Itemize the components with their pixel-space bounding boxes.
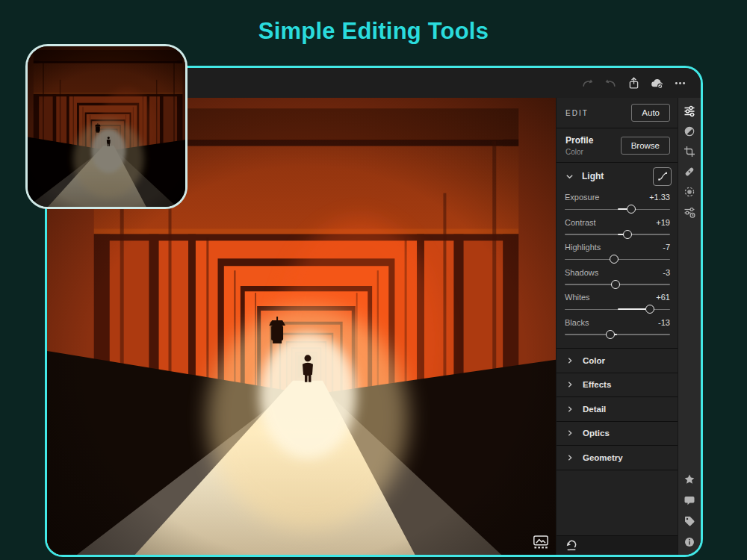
undo-icon[interactable]: [604, 77, 617, 90]
section-optics-label: Optics: [583, 429, 610, 438]
section-effects-label: Effects: [583, 380, 611, 389]
filmstrip-toggle-icon[interactable]: [533, 535, 549, 550]
edit-adjustments-icon[interactable]: [680, 101, 700, 121]
star-icon[interactable]: [680, 469, 700, 490]
section-geometry[interactable]: Geometry: [557, 446, 678, 470]
chevron-right-icon: [566, 454, 574, 461]
auto-button[interactable]: Auto: [631, 104, 670, 122]
slider-knob[interactable]: [611, 280, 620, 289]
versions-icon[interactable]: [680, 202, 700, 222]
presets-icon[interactable]: [680, 121, 700, 141]
slider-track[interactable]: [565, 205, 670, 214]
slider-track[interactable]: [565, 280, 670, 290]
light-sliders: Exposure +1.33 Contrast +19 Highlights -…: [557, 190, 678, 341]
healing-brush-icon[interactable]: [680, 161, 700, 181]
slider-label: Whites: [565, 293, 590, 302]
chevron-right-icon: [566, 357, 574, 364]
section-geometry-label: Geometry: [583, 453, 623, 462]
profile-label: Profile: [565, 135, 593, 146]
more-icon[interactable]: [674, 77, 686, 90]
slider-track[interactable]: [565, 230, 670, 240]
browse-button[interactable]: Browse: [621, 137, 670, 155]
slider-label: Highlights: [565, 243, 601, 252]
light-section: Light Exposure +1.33 Contrast +19: [557, 163, 678, 349]
chevron-right-icon: [566, 429, 574, 437]
profile-value: Color: [565, 148, 593, 156]
section-effects[interactable]: Effects: [557, 373, 678, 398]
photo-thumbnail: [25, 44, 187, 209]
section-color-label: Color: [583, 356, 605, 365]
slider-knob[interactable]: [645, 305, 654, 314]
chevron-right-icon: [566, 405, 574, 413]
crop-icon[interactable]: [680, 141, 700, 161]
light-section-label: Light: [582, 171, 604, 181]
chevron-right-icon: [566, 381, 574, 388]
comment-icon[interactable]: [680, 490, 700, 511]
slider-knob[interactable]: [623, 230, 632, 239]
slider-value: +1.33: [649, 193, 670, 202]
edit-panel: EDIT Auto Profile Color Browse Light: [556, 98, 678, 555]
page-title: Simple Editing Tools: [0, 18, 747, 45]
masking-icon[interactable]: [680, 181, 700, 202]
section-detail[interactable]: Detail: [557, 397, 678, 422]
share-icon[interactable]: [627, 77, 640, 90]
slider-value: -13: [658, 318, 670, 327]
cloud-synced-icon[interactable]: [651, 77, 663, 90]
slider-track[interactable]: [565, 330, 670, 340]
slider-row-highlights: Highlights -7: [565, 241, 670, 267]
slider-label: Shadows: [565, 268, 598, 277]
section-optics[interactable]: Optics: [557, 422, 678, 447]
slider-row-whites: Whites +61: [565, 291, 670, 317]
slider-knob[interactable]: [606, 330, 615, 339]
slider-row-shadows: Shadows -3: [565, 267, 670, 292]
slider-value: -7: [663, 243, 670, 252]
chevron-down-icon: [565, 172, 574, 181]
tone-curve-button[interactable]: [653, 167, 672, 186]
slider-track[interactable]: [565, 255, 670, 264]
slider-label: Blacks: [565, 318, 589, 327]
info-icon[interactable]: [680, 532, 700, 553]
tag-icon[interactable]: [680, 511, 700, 532]
thumbnail-image: [28, 46, 185, 207]
slider-row-blacks: Blacks -13: [565, 317, 670, 342]
panel-bottom-bar: [557, 535, 678, 555]
slider-label: Exposure: [565, 193, 599, 202]
slider-row-contrast: Contrast +19: [565, 217, 670, 242]
slider-knob[interactable]: [627, 205, 636, 214]
section-color[interactable]: Color: [557, 349, 678, 373]
slider-value: +19: [656, 218, 670, 227]
panel-spacer: [557, 470, 678, 536]
slider-value: +61: [656, 293, 670, 302]
slider-value: -3: [663, 268, 670, 277]
slider-row-exposure: Exposure +1.33: [565, 191, 670, 217]
redo-icon[interactable]: [581, 77, 594, 90]
light-section-header[interactable]: Light: [557, 163, 678, 190]
slider-track[interactable]: [565, 305, 670, 314]
edit-panel-title: EDIT: [565, 109, 589, 117]
right-icon-strip: [678, 98, 701, 555]
page: { "page": { "title": "Simple Editing Too…: [0, 0, 747, 560]
slider-label: Contrast: [565, 218, 596, 227]
reset-edits-icon[interactable]: [565, 539, 578, 552]
slider-knob[interactable]: [610, 255, 619, 264]
section-detail-label: Detail: [583, 405, 606, 414]
